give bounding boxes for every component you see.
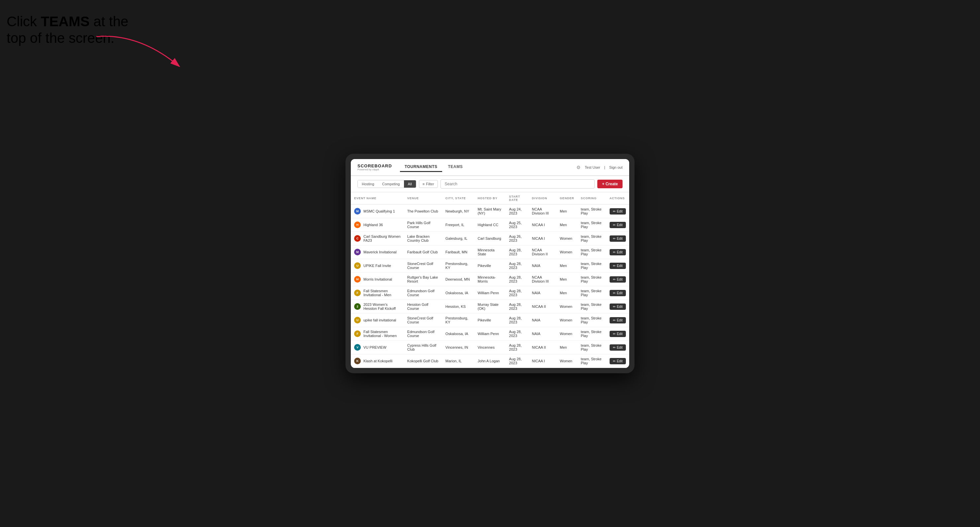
nav-teams[interactable]: TEAMS [444, 162, 468, 172]
team-icon: K [354, 358, 361, 364]
cell-scoring: team, Stroke Play [578, 273, 606, 286]
cell-gender: Men [557, 218, 578, 232]
event-name-text: Highland 36 [363, 223, 383, 227]
table-row: F Fall Statesmen Invitational - Women Ed… [351, 327, 629, 341]
cell-scoring: team, Stroke Play [578, 341, 606, 354]
filter-hosting-button[interactable]: Hosting [358, 180, 378, 187]
edit-button[interactable]: ✏ Edit [609, 276, 626, 283]
cell-venue: Faribault Golf Club [404, 245, 442, 259]
team-icon: H [354, 222, 361, 228]
edit-label: Edit [617, 237, 622, 240]
edit-button[interactable]: ✏ Edit [609, 290, 626, 296]
cell-scoring: team, Stroke Play [578, 300, 606, 313]
edit-button[interactable]: ✏ Edit [609, 222, 626, 228]
team-icon: 2 [354, 303, 361, 310]
filter-all-button[interactable]: All [404, 180, 416, 187]
cell-actions: ✏ Edit [606, 327, 629, 341]
edit-button[interactable]: ✏ Edit [609, 249, 626, 256]
edit-button[interactable]: ✏ Edit [609, 331, 626, 337]
cell-hosted-by: Vincennes [474, 341, 506, 354]
filter-icon: ≡ [423, 182, 425, 186]
team-icon: U [354, 262, 361, 269]
edit-button[interactable]: ✏ Edit [609, 263, 626, 269]
edit-icon: ✏ [613, 305, 616, 308]
col-event-name: EVENT NAME [351, 192, 404, 205]
edit-icon: ✏ [613, 291, 616, 295]
cell-scoring: team, Stroke Play [578, 286, 606, 300]
cell-event-name: M MSMC Qualifying 1 [351, 205, 404, 218]
event-name-text: Morris Invitational [363, 277, 392, 281]
cell-city-state: Oskaloosa, IA [442, 286, 474, 300]
filter-competing-button[interactable]: Competing [378, 180, 404, 187]
cell-gender: Men [557, 341, 578, 354]
cell-venue: Edmundson Golf Course [404, 327, 442, 341]
cell-scoring: team, Stroke Play [578, 245, 606, 259]
cell-actions: ✏ Edit [606, 273, 629, 286]
event-name-text: VU PREVIEW [363, 345, 387, 349]
cell-gender: Women [557, 327, 578, 341]
cell-division: NAIA [528, 286, 557, 300]
event-name-text: Klash at Kokopelli [363, 359, 392, 363]
annotation-text: Click TEAMS at thetop of the screen. [6, 13, 128, 47]
cell-event-name: V VU PREVIEW [351, 341, 404, 354]
cell-venue: The Powelton Club [404, 205, 442, 218]
cell-division: NAIA [528, 327, 557, 341]
cell-event-name: F Fall Statesmen Invitational - Men [351, 286, 404, 300]
signout-link[interactable]: Sign out [609, 165, 622, 169]
filter-button-group: Hosting Competing All [358, 180, 416, 188]
cell-actions: ✏ Edit [606, 218, 629, 232]
user-label: Test User [585, 165, 600, 169]
cell-event-name: K Klash at Kokopelli [351, 354, 404, 368]
edit-label: Edit [617, 251, 622, 254]
team-icon: M [354, 208, 361, 214]
nav-links: TOURNAMENTS TEAMS [400, 162, 576, 172]
event-name-text: Fall Statesmen Invitational - Women [363, 330, 401, 338]
filter-advanced-button[interactable]: ≡ Filter [419, 180, 438, 188]
edit-label: Edit [617, 223, 622, 227]
cell-start-date: Aug 25, 2023 [506, 218, 528, 232]
cell-event-name: M Maverick Invitational [351, 245, 404, 259]
cell-division: NCAA Division II [528, 245, 557, 259]
gear-icon[interactable]: ⚙ [576, 165, 581, 170]
search-input[interactable] [441, 179, 595, 189]
cell-city-state: Hesston, KS [442, 300, 474, 313]
create-button[interactable]: + Create [597, 179, 622, 188]
edit-button[interactable]: ✏ Edit [609, 344, 626, 351]
cell-start-date: Aug 28, 2023 [506, 300, 528, 313]
cell-venue: Lake Bracken Country Club [404, 232, 442, 245]
cell-scoring: team, Stroke Play [578, 327, 606, 341]
team-icon: F [354, 290, 361, 296]
cell-division: NCAA Division III [528, 205, 557, 218]
edit-icon: ✏ [613, 332, 616, 336]
event-name-text: UPIKE Fall Invite [363, 264, 391, 268]
cell-start-date: Aug 28, 2023 [506, 327, 528, 341]
cell-venue: StoneCrest Golf Course [404, 313, 442, 327]
edit-label: Edit [617, 359, 622, 363]
edit-label: Edit [617, 332, 622, 336]
cell-venue: Park Hills Golf Course [404, 218, 442, 232]
cell-scoring: team, Stroke Play [578, 313, 606, 327]
edit-button[interactable]: ✏ Edit [609, 358, 626, 364]
edit-button[interactable]: ✏ Edit [609, 317, 626, 324]
cell-hosted-by: Murray State (OK) [474, 300, 506, 313]
edit-label: Edit [617, 210, 622, 213]
col-gender: GENDER [557, 192, 578, 205]
table-row: M Morris Invitational Ruttger's Bay Lake… [351, 273, 629, 286]
cell-start-date: Aug 26, 2023 [506, 232, 528, 245]
edit-icon: ✏ [613, 319, 616, 322]
cell-division: NICAA I [528, 354, 557, 368]
nav-tournaments[interactable]: TOURNAMENTS [400, 162, 442, 172]
table-row: M Maverick Invitational Faribault Golf C… [351, 245, 629, 259]
edit-button[interactable]: ✏ Edit [609, 235, 626, 242]
cell-hosted-by: Mt. Saint Mary (NY) [474, 205, 506, 218]
edit-icon: ✏ [613, 359, 616, 363]
edit-icon: ✏ [613, 237, 616, 240]
edit-button[interactable]: ✏ Edit [609, 208, 626, 214]
cell-city-state: Vincennes, IN [442, 341, 474, 354]
cell-event-name: F Fall Statesmen Invitational - Women [351, 327, 404, 341]
cell-city-state: Deerwood, MN [442, 273, 474, 286]
cell-venue: Cypress Hills Golf Club [404, 341, 442, 354]
cell-actions: ✏ Edit [606, 313, 629, 327]
edit-button[interactable]: ✏ Edit [609, 303, 626, 310]
cell-event-name: C Carl Sandburg Women FA23 [351, 232, 404, 245]
